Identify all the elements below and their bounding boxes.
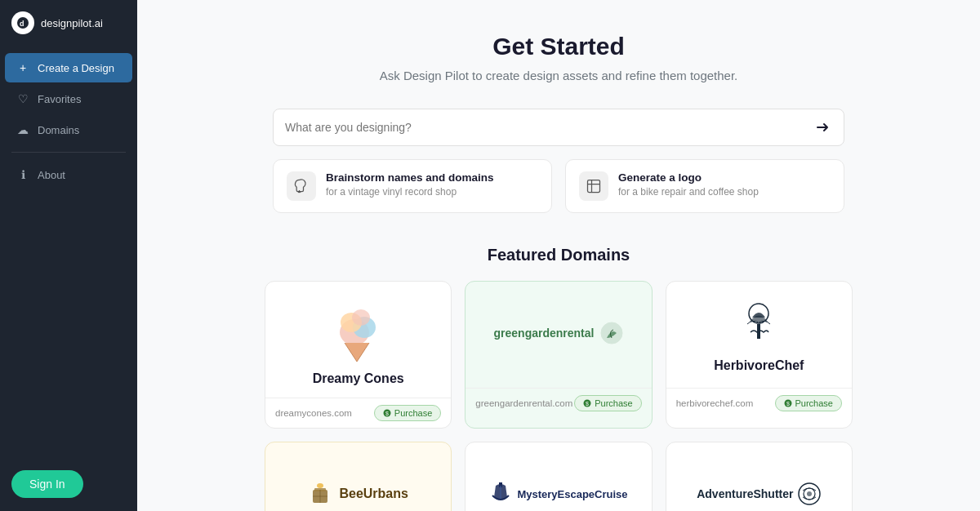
mystery-cruise-inline-name: MysteryEscapeCruise xyxy=(517,488,627,500)
adventure-shutter-inline-name: AdventureShutter xyxy=(697,487,793,500)
adventure-shutter-body: AdventureShutter xyxy=(666,442,852,511)
svg-point-24 xyxy=(317,483,323,488)
herbivore-chef-logo xyxy=(734,301,783,350)
sidebar-item-label: Create a Design xyxy=(38,62,114,74)
green-garden-url: greengardenrental.com xyxy=(475,398,572,408)
mystery-cruise-logo: MysteryEscapeCruise xyxy=(489,481,627,507)
heart-icon: ♡ xyxy=(16,92,29,105)
brainstorm-icon xyxy=(287,171,316,201)
sign-in-button[interactable]: Sign In xyxy=(11,470,83,498)
dreamy-cones-purchase[interactable]: $ Purchase xyxy=(374,405,441,421)
sidebar: d designpilot.ai + Create a Design ♡ Fav… xyxy=(0,0,137,511)
svg-text:d: d xyxy=(20,20,24,28)
prompt-card-generate-logo[interactable]: Generate a logo for a bike repair and co… xyxy=(565,159,844,213)
dreamy-cones-footer: dreamycones.com $ Purchase xyxy=(265,398,451,428)
logo-text: designpilot.ai xyxy=(41,17,103,29)
domain-card-mystery-cruise[interactable]: MysteryEscapeCruise mysteryescapecruise.… xyxy=(465,442,652,511)
svg-marker-8 xyxy=(345,343,369,362)
svg-text:$: $ xyxy=(586,401,589,407)
green-garden-logo: greengardenrental xyxy=(494,322,624,344)
svg-text:$: $ xyxy=(786,401,790,407)
brainstorm-title: Brainstorm names and domains xyxy=(326,171,494,184)
page-title: Get Started xyxy=(186,33,931,60)
search-bar xyxy=(273,109,844,146)
featured-domains-title: Featured Domains xyxy=(265,246,853,264)
plus-icon: + xyxy=(16,61,29,74)
sidebar-logo[interactable]: d designpilot.ai xyxy=(0,0,137,46)
sidebar-divider xyxy=(11,152,126,153)
domain-card-herbivore-chef[interactable]: HerbivoreChef herbivorechef.com $ Purcha… xyxy=(666,281,853,429)
logo-icon: d xyxy=(11,11,34,34)
bee-urbans-inline-name: BeeUrbans xyxy=(339,487,408,501)
sidebar-item-label: About xyxy=(38,169,65,181)
domain-grid: Dreamy Cones dreamycones.com $ Purchase … xyxy=(265,281,853,511)
herbivore-chef-footer: herbivorechef.com $ Purchase xyxy=(666,388,852,418)
featured-domains-section: Featured Domains xyxy=(265,246,853,511)
bee-urbans-logo: BeeUrbans xyxy=(308,482,408,506)
hero-section: Get Started Ask Design Pilot to create d… xyxy=(186,33,931,82)
sidebar-nav: + Create a Design ♡ Favorites ☁ Domains … xyxy=(0,46,137,457)
generate-logo-card-text: Generate a logo for a bike repair and co… xyxy=(618,171,759,198)
domain-card-dreamy-cones[interactable]: Dreamy Cones dreamycones.com $ Purchase xyxy=(265,281,452,429)
herbivore-chef-url: herbivorechef.com xyxy=(676,398,754,408)
prompt-card-brainstorm[interactable]: Brainstorm names and domains for a vinta… xyxy=(273,159,552,213)
prompt-cards: Brainstorm names and domains for a vinta… xyxy=(273,159,844,213)
sidebar-item-label: Favorites xyxy=(38,93,81,105)
logo-icon-prompt xyxy=(579,171,608,201)
search-submit-button[interactable] xyxy=(813,118,832,137)
sidebar-item-domains[interactable]: ☁ Domains xyxy=(5,115,132,144)
herbivore-chef-name: HerbivoreChef xyxy=(714,358,804,373)
svg-point-7 xyxy=(352,309,370,326)
domain-card-green-garden[interactable]: greengardenrental greengardenrental.com … xyxy=(465,281,652,429)
search-input[interactable] xyxy=(285,121,813,134)
bee-urbans-body: BeeUrbans xyxy=(265,442,451,511)
brainstorm-subtitle: for a vintage vinyl record shop xyxy=(326,186,494,198)
green-garden-purchase[interactable]: $ Purchase xyxy=(574,395,641,411)
generate-logo-subtitle: for a bike repair and coffee shop xyxy=(618,186,759,198)
mystery-cruise-body: MysteryEscapeCruise xyxy=(466,442,651,511)
dreamy-cones-url: dreamycones.com xyxy=(275,408,352,418)
svg-point-33 xyxy=(807,491,812,496)
dreamy-cones-logo xyxy=(330,298,387,363)
sidebar-item-favorites[interactable]: ♡ Favorites xyxy=(5,84,132,113)
sidebar-bottom: Sign In xyxy=(0,457,137,511)
dreamy-cones-name: Dreamy Cones xyxy=(313,371,404,386)
sidebar-item-label: Domains xyxy=(38,124,79,136)
hero-subtitle: Ask Design Pilot to create design assets… xyxy=(186,69,931,82)
green-garden-inline-name: greengardenrental xyxy=(494,327,595,340)
cloud-icon: ☁ xyxy=(16,123,29,136)
main-content: Get Started Ask Design Pilot to create d… xyxy=(137,0,980,511)
brainstorm-card-text: Brainstorm names and domains for a vinta… xyxy=(326,171,494,198)
dreamy-cones-body: Dreamy Cones xyxy=(265,282,451,398)
svg-text:$: $ xyxy=(385,411,389,416)
herbivore-chef-purchase[interactable]: $ Purchase xyxy=(775,395,842,411)
green-garden-footer: greengardenrental.com $ Purchase xyxy=(466,388,651,418)
info-icon: ℹ xyxy=(16,168,29,181)
generate-logo-title: Generate a logo xyxy=(618,171,759,184)
domain-card-bee-urbans[interactable]: BeeUrbans beeurbans.com $ Purchase xyxy=(265,442,452,511)
domain-card-adventure-shutter[interactable]: AdventureShutter adventureshutter xyxy=(666,442,853,511)
adventure-shutter-logo: AdventureShutter xyxy=(697,482,821,505)
herbivore-chef-body: HerbivoreChef xyxy=(666,282,852,388)
sidebar-item-about[interactable]: ℹ About xyxy=(5,160,132,189)
green-garden-body: greengardenrental xyxy=(466,282,651,388)
sidebar-item-create-design[interactable]: + Create a Design xyxy=(5,53,132,82)
